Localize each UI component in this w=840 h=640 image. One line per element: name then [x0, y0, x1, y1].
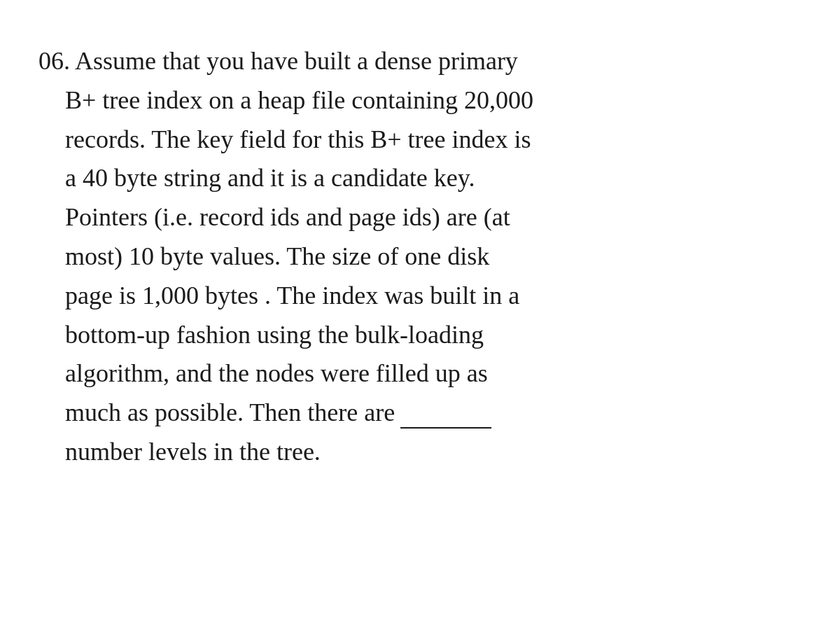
- question-text-line5: Pointers (i.e. record ids and page ids) …: [65, 203, 510, 231]
- question-text-line7: page is 1,000 bytes . The index was buil…: [65, 281, 519, 309]
- answer-blank: [400, 427, 491, 429]
- page-container: 06. Assume that you have built a dense p…: [0, 0, 840, 640]
- question-text-line3: records. The key field for this B+ tree …: [65, 125, 531, 153]
- question-text-line10-pre: much as possible. Then there are: [65, 398, 395, 426]
- question-text-line8: bottom-up fashion using the bulk-loading: [65, 321, 484, 349]
- question-text-line6: most) 10 byte values. The size of one di…: [65, 242, 489, 270]
- question-text-line4: a 40 byte string and it is a candidate k…: [65, 164, 475, 192]
- question-text-line11: number levels in the tree.: [65, 438, 321, 466]
- question-text-line1: Assume that you have built a dense prima…: [75, 47, 518, 75]
- question-text-line2: B+ tree index on a heap file containing …: [65, 86, 533, 114]
- question-text-line9: algorithm, and the nodes were filled up …: [65, 359, 488, 387]
- question-block: 06. Assume that you have built a dense p…: [38, 42, 798, 472]
- question-number: 06.: [38, 47, 70, 75]
